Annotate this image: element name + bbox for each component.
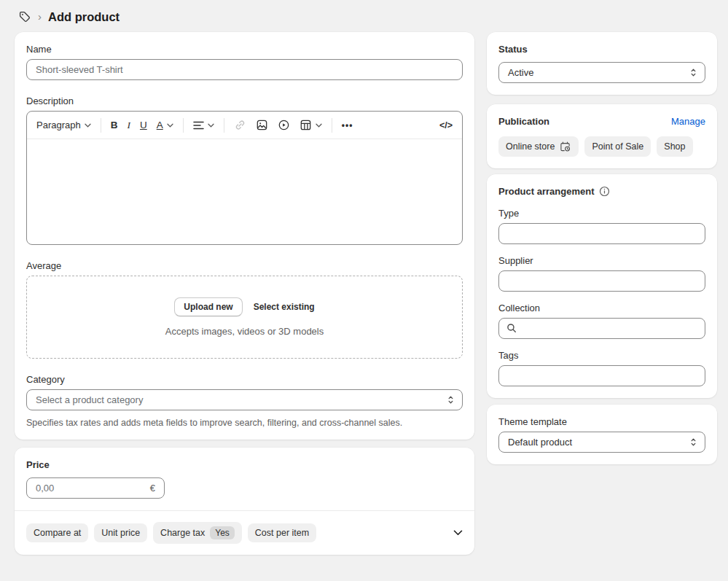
status-select-value: Active: [508, 67, 689, 78]
manage-link[interactable]: Manage: [671, 116, 705, 127]
channel-point-of-sale-chip: Point of Sale: [584, 136, 651, 157]
charge-tax-pill[interactable]: Charge tax Yes: [153, 522, 242, 544]
theme-template-select[interactable]: Default product: [498, 432, 705, 453]
text-color-button[interactable]: A: [157, 120, 173, 130]
collection-label: Collection: [498, 303, 705, 313]
insert-image-button[interactable]: [256, 119, 268, 131]
upload-new-button[interactable]: Upload new: [174, 297, 242, 316]
pricing-card: Price € Compare at Unit price Charge tax…: [15, 448, 474, 555]
name-label: Name: [26, 44, 463, 55]
description-section: Description Paragraph B I U A: [26, 95, 463, 245]
info-icon[interactable]: [599, 186, 610, 197]
price-input[interactable]: [27, 483, 150, 494]
expand-pricing-button[interactable]: [453, 530, 463, 536]
type-label: Type: [498, 208, 705, 219]
calendar-clock-icon: [559, 141, 571, 152]
category-help-text: Specifies tax rates and adds meta fields…: [26, 418, 463, 428]
more-options-button[interactable]: •••: [342, 120, 353, 130]
toolbar-divider: [183, 118, 184, 133]
toolbar-divider: [224, 118, 224, 133]
category-select[interactable]: Select a product category: [26, 389, 463, 410]
arrangement-title: Product arrangement: [498, 186, 594, 197]
toolbar-divider: [101, 118, 101, 133]
table-icon: [300, 119, 312, 131]
type-input[interactable]: [498, 223, 705, 244]
chevron-down-icon: [316, 123, 322, 128]
chevron-down-icon: [167, 123, 173, 128]
channel-online-store-chip: Online store: [498, 136, 579, 157]
italic-button[interactable]: I: [127, 120, 130, 131]
theme-template-label: Theme template: [498, 416, 705, 427]
currency-symbol: €: [150, 483, 164, 494]
description-label: Description: [26, 95, 463, 106]
rich-text-editor: Paragraph B I U A: [26, 111, 463, 245]
compare-at-pill[interactable]: Compare at: [26, 523, 88, 542]
publication-title: Publication: [498, 116, 549, 127]
chevron-down-icon: [453, 530, 463, 536]
category-label: Category: [26, 374, 463, 385]
link-button[interactable]: [234, 119, 246, 131]
description-textarea[interactable]: [27, 139, 462, 245]
alignment-button[interactable]: [193, 121, 214, 130]
tag-icon[interactable]: [18, 10, 31, 23]
channel-shop-chip: Shop: [657, 136, 692, 157]
insert-table-button[interactable]: [300, 119, 322, 131]
bold-button[interactable]: B: [111, 120, 118, 130]
price-title: Price: [26, 459, 50, 470]
supplier-label: Supplier: [498, 255, 705, 266]
channel-label: Online store: [506, 141, 555, 152]
charge-tax-label: Charge tax: [160, 528, 205, 538]
align-left-icon: [193, 121, 204, 130]
paragraph-style-label: Paragraph: [36, 120, 81, 130]
tags-field: Tags: [498, 350, 705, 386]
price-field: €: [26, 477, 165, 499]
media-hint: Accepts images, videos or 3D models: [165, 326, 324, 337]
collection-field: Collection: [498, 303, 705, 339]
caret-updown-icon: [447, 394, 455, 405]
category-select-value: Select a product category: [36, 394, 447, 405]
supplier-input[interactable]: [498, 270, 705, 292]
image-icon: [256, 119, 268, 131]
video-play-icon: [278, 119, 290, 131]
cost-per-item-pill[interactable]: Cost per item: [248, 523, 316, 542]
link-icon: [234, 119, 246, 131]
tags-input[interactable]: [498, 365, 705, 386]
underline-button[interactable]: U: [140, 120, 147, 130]
chevron-down-icon: [85, 123, 91, 128]
theme-template-card: Theme template Default product: [487, 405, 717, 464]
supplier-field: Supplier: [498, 255, 705, 292]
publication-card: Publication Manage Online store Point of…: [487, 104, 717, 168]
theme-template-value: Default product: [508, 437, 689, 448]
media-label: Average: [26, 260, 463, 271]
tags-label: Tags: [498, 350, 705, 361]
breadcrumb-chevron: ›: [38, 11, 42, 23]
paragraph-style-dropdown[interactable]: Paragraph: [36, 120, 91, 130]
editor-toolbar: Paragraph B I U A: [27, 112, 462, 139]
show-html-button[interactable]: </>: [439, 120, 453, 130]
charge-tax-badge: Yes: [210, 526, 235, 539]
product-details-card: Name Description Paragraph B I U: [15, 32, 474, 440]
select-existing-button[interactable]: Select existing: [254, 302, 315, 312]
status-title: Status: [498, 44, 528, 55]
text-color-glyph: A: [157, 120, 163, 130]
chevron-down-icon: [208, 123, 214, 128]
toolbar-divider: [332, 118, 332, 133]
breadcrumb: › Add product: [0, 0, 728, 25]
caret-updown-icon: [689, 67, 697, 78]
type-field: Type: [498, 208, 705, 244]
page-title: Add product: [48, 10, 120, 24]
product-arrangement-card: Product arrangement Type Supplier Collec…: [487, 174, 717, 398]
status-card: Status Active: [487, 32, 717, 95]
name-input[interactable]: [26, 59, 463, 80]
collection-search-input[interactable]: [498, 318, 705, 339]
category-section: Category Select a product category Speci…: [26, 374, 463, 428]
name-section: Name: [26, 44, 463, 80]
insert-video-button[interactable]: [278, 119, 290, 131]
media-section: Average Upload new Select existing Accep…: [26, 260, 463, 359]
caret-updown-icon: [689, 437, 697, 448]
media-dropzone[interactable]: Upload new Select existing Accepts image…: [26, 276, 463, 359]
unit-price-pill[interactable]: Unit price: [94, 523, 147, 542]
status-select[interactable]: Active: [498, 62, 705, 83]
